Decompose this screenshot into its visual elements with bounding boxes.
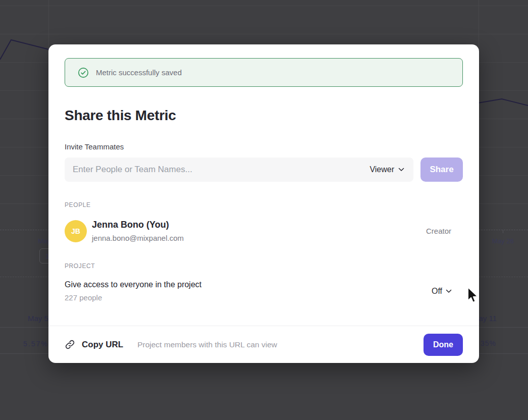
role-dropdown-value: Viewer xyxy=(369,165,394,174)
copy-url-hint: Project members with this URL can view xyxy=(137,340,277,349)
copy-url-button[interactable]: Copy URL xyxy=(65,339,123,350)
people-section-heading: PEOPLE xyxy=(65,201,463,208)
project-access-value: Off xyxy=(432,287,442,296)
toast-message: Metric successfully saved xyxy=(96,68,182,77)
chevron-down-icon xyxy=(398,168,404,172)
copy-url-label: Copy URL xyxy=(82,340,123,350)
share-metric-modal: Metric successfully saved Share this Met… xyxy=(48,44,479,363)
link-icon xyxy=(65,339,75,350)
project-section-heading: PROJECT xyxy=(65,262,463,270)
share-button[interactable]: Share xyxy=(420,158,463,182)
modal-footer: Copy URL Project members with this URL c… xyxy=(48,326,479,363)
project-access-text: Give access to everyone in the project 2… xyxy=(65,280,201,302)
avatar: JB xyxy=(65,220,87,242)
chevron-down-icon xyxy=(446,289,452,293)
person-name: Jenna Bono (You) xyxy=(92,219,184,230)
person-text: Jenna Bono (You) jenna.bono@mixpanel.com xyxy=(92,219,184,243)
invite-teammates-label: Invite Teammates xyxy=(65,142,463,151)
project-access-dropdown[interactable]: Off xyxy=(432,287,452,296)
done-button[interactable]: Done xyxy=(424,334,463,356)
avatar-initials: JB xyxy=(71,227,80,235)
project-access-row: Give access to everyone in the project 2… xyxy=(48,280,479,302)
invite-input-wrap: Viewer xyxy=(65,158,413,182)
person-email: jenna.bono@mixpanel.com xyxy=(92,233,184,243)
invite-input[interactable] xyxy=(65,158,413,182)
project-access-title: Give access to everyone in the project xyxy=(65,280,201,290)
person-row: JB Jenna Bono (You) jenna.bono@mixpanel.… xyxy=(48,219,479,243)
project-member-count: 227 people xyxy=(65,293,201,302)
success-toast: Metric successfully saved xyxy=(65,58,463,87)
person-role-label: Creator xyxy=(426,227,451,235)
check-circle-icon xyxy=(78,67,89,78)
invite-row: Viewer Share xyxy=(65,158,463,182)
role-dropdown[interactable]: Viewer xyxy=(369,158,404,182)
modal-title: Share this Metric xyxy=(65,107,463,124)
